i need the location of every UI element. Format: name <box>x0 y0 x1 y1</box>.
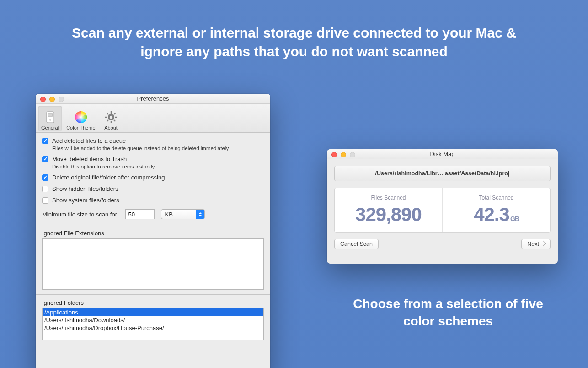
switch-icon <box>44 111 57 124</box>
svg-rect-11 <box>106 113 108 115</box>
cancel-scan-button[interactable]: Cancel Scan <box>334 239 379 249</box>
path-text: /Users/rishimodha/Libr….asset/AssetData/… <box>375 170 510 177</box>
path-display: /Users/rishimodha/Libr….asset/AssetData/… <box>334 166 551 181</box>
label-show-hidden: Show hidden files/folders <box>52 185 118 192</box>
list-ignored-folders[interactable]: /Applications /Users/rishimodha/Download… <box>42 308 264 340</box>
helper-move-trash: Disable this option to remove items inst… <box>52 164 264 169</box>
titlebar[interactable]: Preferences <box>36 94 270 104</box>
marketing-subheadline: Choose from a selection of five color sc… <box>343 295 553 330</box>
next-button[interactable]: Next <box>521 239 551 249</box>
next-label: Next <box>527 241 539 247</box>
titlebar[interactable]: Disk Map <box>327 149 558 159</box>
svg-rect-12 <box>113 119 115 122</box>
svg-point-13 <box>109 116 112 119</box>
files-scanned-label: Files Scanned <box>371 195 406 201</box>
preferences-window: Preferences General <box>36 94 270 368</box>
zoom-icon <box>350 152 355 157</box>
svg-rect-6 <box>110 121 111 123</box>
tab-about-label: About <box>104 125 118 130</box>
label-add-queue: Add deleted files to a queue <box>52 137 126 144</box>
label-ignored-ext: Ignored File Extensions <box>42 230 264 237</box>
minimize-icon[interactable] <box>341 152 346 157</box>
label-delete-after-compress: Delete original file/folder after compre… <box>52 174 165 181</box>
checkbox-show-system[interactable] <box>42 197 48 204</box>
diskmap-window: Disk Map /Users/rishimodha/Libr….asset/A… <box>327 149 558 264</box>
tab-about[interactable]: About <box>100 106 122 131</box>
checkbox-delete-after-compress[interactable] <box>42 174 48 181</box>
svg-rect-1 <box>48 113 52 117</box>
svg-rect-7 <box>105 117 107 118</box>
tab-general-label: General <box>41 125 59 130</box>
close-icon[interactable] <box>331 152 337 157</box>
helper-add-queue: Files will be added to the delete queue … <box>52 146 264 151</box>
list-ignored-ext[interactable] <box>42 238 264 290</box>
label-ignored-folders: Ignored Folders <box>42 299 264 306</box>
gear-icon <box>105 111 118 124</box>
svg-rect-8 <box>115 117 117 118</box>
total-scanned-unit: GB <box>510 215 519 222</box>
preferences-toolbar: General <box>36 104 270 133</box>
list-item[interactable]: /Users/rishimodha/Downloads/ <box>43 316 263 324</box>
close-icon[interactable] <box>40 97 46 102</box>
input-min-size[interactable] <box>125 209 155 219</box>
label-show-system: Show system files/folders <box>52 197 119 204</box>
svg-point-3 <box>75 111 87 123</box>
svg-rect-10 <box>106 119 108 122</box>
tab-color-theme[interactable]: Color Theme <box>64 106 98 131</box>
minimize-icon[interactable] <box>49 97 55 102</box>
checkbox-add-queue[interactable] <box>42 138 48 144</box>
window-title: Disk Map <box>327 151 558 157</box>
select-size-unit[interactable]: KB <box>161 209 205 219</box>
checkbox-show-hidden[interactable] <box>42 186 48 192</box>
files-scanned-value: 329,890 <box>355 204 422 226</box>
svg-rect-5 <box>110 111 111 114</box>
list-item[interactable]: /Applications <box>43 308 263 316</box>
chevron-right-icon <box>540 239 546 249</box>
svg-rect-9 <box>113 113 115 115</box>
list-item[interactable]: /Users/rishimodha/Dropbox/House-Purchase… <box>43 324 263 332</box>
label-move-trash: Move deleted items to Trash <box>52 156 127 162</box>
scan-stats: Files Scanned 329,890 Total Scanned 42.3… <box>334 188 551 233</box>
total-scanned-value: 42.3 <box>474 204 509 226</box>
zoom-icon <box>59 97 64 102</box>
svg-point-2 <box>49 119 51 121</box>
label-min-size: Minimum file size to scan for: <box>42 211 119 218</box>
select-size-unit-value: KB <box>165 211 173 218</box>
cancel-scan-label: Cancel Scan <box>340 241 373 247</box>
window-title: Preferences <box>36 95 270 102</box>
total-scanned-label: Total Scanned <box>479 195 513 201</box>
color-wheel-icon <box>75 111 87 124</box>
chevron-updown-icon <box>196 210 204 219</box>
tab-color-theme-label: Color Theme <box>66 125 95 130</box>
checkbox-move-trash[interactable] <box>42 156 48 162</box>
marketing-headline: Scan any external or internal storage dr… <box>0 0 588 61</box>
tab-general[interactable]: General <box>38 106 62 131</box>
